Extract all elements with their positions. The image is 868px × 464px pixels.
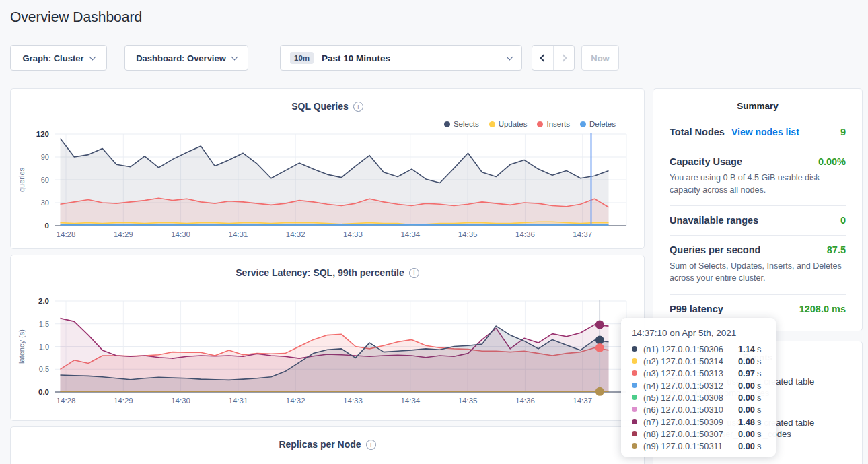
metric-value: 0.00% (818, 156, 846, 167)
tooltip-node-value: 0.00 (738, 441, 755, 451)
metric-label: Unavailable ranges (670, 215, 758, 226)
service-latency-chart[interactable]: 14:2814:2914:3014:3114:3214:3314:3414:35… (11, 255, 645, 422)
time-range-badge: 10m (290, 52, 314, 64)
summary-title: Summary (670, 101, 846, 111)
tooltip-node-value: 1.48 (738, 417, 755, 427)
svg-text:120: 120 (36, 130, 49, 138)
metric-label: Capacity Usage (670, 156, 742, 167)
node-color-dot-icon (632, 419, 637, 424)
tooltip-node-row: (n9) 127.0.0.1:503110.00s (632, 440, 765, 452)
node-color-dot-icon (632, 443, 637, 449)
tooltip-node-row: (n7) 127.0.0.1:503091.48s (632, 416, 765, 428)
svg-text:14:30: 14:30 (171, 230, 190, 238)
svg-text:14:29: 14:29 (114, 230, 133, 238)
svg-text:14:36: 14:36 (515, 397, 535, 405)
summary-metric: Capacity Usage0.00%You are using 0 B of … (670, 147, 846, 205)
tooltip-node-value: 0.00 (738, 393, 755, 403)
summary-metric: Unavailable ranges0 (670, 205, 846, 235)
metric-label: P99 latency (670, 304, 723, 314)
summary-metric: Total NodesView nodes list9 (670, 118, 846, 147)
svg-text:14:34: 14:34 (400, 230, 420, 238)
tooltip-timestamp: 14:37:10 on Apr 5th, 2021 (632, 328, 765, 338)
tooltip-node-unit: s (757, 417, 761, 427)
node-color-dot-icon (632, 431, 637, 436)
next-time-button[interactable] (553, 46, 574, 70)
summary-metric: Queries per second87.5Sum of Selects, Up… (670, 235, 846, 294)
metric-label: Total Nodes (670, 127, 725, 137)
svg-text:14:35: 14:35 (458, 230, 478, 238)
replicas-per-node-card: Replicas per Node (10, 426, 645, 464)
node-color-dot-icon (632, 358, 637, 364)
svg-text:14:36: 14:36 (515, 230, 535, 238)
metric-value: 0 (840, 215, 846, 226)
replicas-per-node-title: Replicas per Node (11, 439, 644, 450)
chevron-left-icon (540, 54, 547, 61)
metric-description: You are using 0 B of 4.5 GiB usable disk… (670, 172, 846, 196)
time-range-label: Past 10 Minutes (322, 53, 499, 63)
tooltip-node-address: (n2) 127.0.0.1:50314 (643, 356, 738, 366)
view-nodes-list-link[interactable]: View nodes list (731, 127, 799, 137)
svg-text:14:30: 14:30 (171, 397, 190, 405)
now-button[interactable]: Now (581, 45, 619, 71)
tooltip-node-address: (n7) 127.0.0.1:50309 (643, 417, 738, 427)
tooltip-node-address: (n5) 127.0.0.1:50308 (643, 393, 738, 403)
tooltip-node-unit: s (757, 429, 761, 439)
tooltip-node-address: (n8) 127.0.0.1:50307 (643, 429, 738, 439)
svg-text:14:32: 14:32 (286, 397, 305, 405)
chevron-down-icon (231, 53, 238, 60)
svg-text:0.5: 0.5 (39, 365, 49, 373)
svg-text:14:29: 14:29 (114, 397, 133, 405)
tooltip-node-row: (n5) 127.0.0.1:503080.00s (632, 391, 765, 403)
tooltip-node-row: (n4) 127.0.0.1:503120.00s (632, 379, 765, 391)
node-color-dot-icon (632, 346, 637, 352)
node-color-dot-icon (632, 407, 637, 412)
graph-dropdown[interactable]: Graph: Cluster (10, 45, 107, 71)
svg-text:latency (s): latency (s) (17, 329, 26, 364)
node-color-dot-icon (632, 383, 637, 388)
metric-value: 9 (840, 127, 846, 137)
page-title: Overview Dashboard (10, 9, 142, 25)
tooltip-node-row: (n2) 127.0.0.1:503140.00s (632, 355, 765, 367)
tooltip-node-value: 0.00 (738, 356, 755, 366)
svg-text:1.0: 1.0 (39, 343, 49, 351)
tooltip-node-row: (n3) 127.0.0.1:503130.97s (632, 367, 765, 379)
tooltip-node-address: (n3) 127.0.0.1:50313 (643, 368, 738, 378)
chart-hover-tooltip: 14:37:10 on Apr 5th, 2021 (n1) 127.0.0.1… (621, 318, 776, 457)
tooltip-node-value: 0.00 (738, 380, 755, 391)
metric-description: Sum of Selects, Updates, Inserts, and De… (670, 260, 846, 284)
dashboard-dropdown[interactable]: Dashboard: Overview (124, 45, 248, 71)
svg-text:1.5: 1.5 (39, 320, 49, 328)
node-color-dot-icon (632, 370, 637, 376)
time-range-dropdown[interactable]: 10m Past 10 Minutes (280, 45, 522, 71)
svg-text:14:31: 14:31 (229, 397, 248, 405)
sql-queries-chart[interactable]: 14:2814:2914:3014:3114:3214:3314:3414:35… (11, 89, 645, 250)
chart-title-text: Replicas per Node (279, 439, 361, 450)
svg-text:14:31: 14:31 (229, 230, 248, 238)
tooltip-node-row: (n1) 127.0.0.1:503061.14s (632, 343, 765, 355)
tooltip-node-value: 1.14 (738, 344, 755, 354)
svg-text:14:35: 14:35 (458, 397, 478, 405)
svg-text:90: 90 (41, 153, 49, 161)
previous-time-button[interactable] (532, 46, 553, 70)
tooltip-node-row: (n6) 127.0.0.1:503100.00s (632, 403, 765, 416)
svg-text:0.0: 0.0 (38, 388, 49, 396)
time-step-buttons (532, 45, 575, 71)
tooltip-node-address: (n4) 127.0.0.1:50312 (643, 380, 738, 391)
tooltip-rows: (n1) 127.0.0.1:503061.14s(n2) 127.0.0.1:… (632, 343, 765, 452)
metric-label: Queries per second (670, 244, 760, 255)
chevron-down-icon (507, 53, 513, 60)
svg-text:14:28: 14:28 (57, 397, 76, 405)
info-icon[interactable] (366, 440, 376, 450)
tooltip-node-address: (n6) 127.0.0.1:50310 (643, 405, 738, 415)
graph-dropdown-label: Graph: Cluster (22, 53, 83, 63)
node-color-dot-icon (632, 395, 637, 400)
svg-text:0: 0 (45, 222, 49, 230)
tooltip-node-value: 0.00 (738, 429, 755, 439)
tooltip-node-unit: s (757, 380, 761, 391)
svg-text:14:33: 14:33 (343, 397, 363, 405)
metric-value: 1208.0 ms (799, 304, 846, 314)
tooltip-node-address: (n1) 127.0.0.1:50306 (643, 344, 738, 354)
service-latency-card: Service Latency: SQL, 99th percentile 14… (10, 255, 645, 421)
svg-text:30: 30 (41, 199, 49, 207)
summary-panel: Summary Total NodesView nodes list9Capac… (653, 88, 863, 331)
